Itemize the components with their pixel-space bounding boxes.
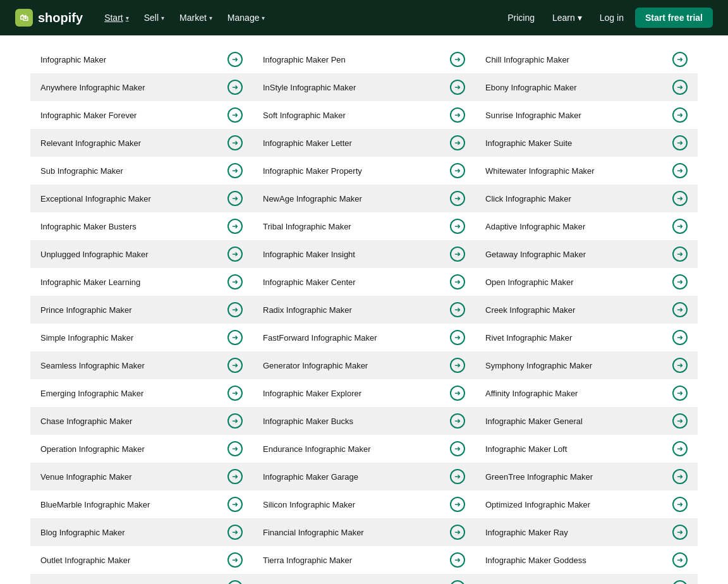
nav-right: Pricing Learn ▾ Log in Start free trial <box>501 8 713 28</box>
list-item[interactable]: Outlet Infographic Maker➜ <box>30 546 253 574</box>
nav-learn[interactable]: Learn ▾ <box>546 9 588 27</box>
item-label: Silicon Infographic Maker <box>263 500 450 509</box>
list-item[interactable]: Generator Infographic Maker➜ <box>253 351 475 379</box>
list-item[interactable]: Affinity Infographic Maker➜ <box>475 379 698 407</box>
item-label: Infographic Maker Goddess <box>485 556 672 565</box>
list-item[interactable]: Infographic Maker General➜ <box>475 407 698 435</box>
list-item[interactable]: Chill Infographic Maker➜ <box>475 46 698 73</box>
item-label: Operation Infographic Maker <box>40 444 228 454</box>
list-item[interactable]: InStyle Infographic Maker➜ <box>253 73 475 101</box>
list-item[interactable]: Radix Infographic Maker➜ <box>253 296 475 324</box>
list-item[interactable]: Remix Infographic Maker➜ <box>475 574 698 584</box>
list-item[interactable]: Venue Infographic Maker➜ <box>30 463 253 490</box>
list-item[interactable]: Optimized Infographic Maker➜ <box>475 490 698 518</box>
list-item[interactable]: Rivet Infographic Maker➜ <box>475 324 698 351</box>
item-label: Infographic Maker Bucks <box>263 417 450 426</box>
arrow-icon: ➜ <box>228 302 243 317</box>
list-item[interactable]: Unplugged Infographic Maker➜ <box>30 240 253 268</box>
list-item[interactable]: Infographic Maker Pen➜ <box>253 46 475 73</box>
arrow-icon: ➜ <box>450 52 465 67</box>
list-item[interactable]: Infographic Maker Letter➜ <box>253 129 475 157</box>
list-item[interactable]: BlueMarble Infographic Maker➜ <box>30 490 253 518</box>
list-item[interactable]: Seamless Infographic Maker➜ <box>30 351 253 379</box>
list-item[interactable]: Infographic Maker Insight➜ <box>253 240 475 268</box>
arrow-icon: ➜ <box>672 219 688 234</box>
arrow-icon: ➜ <box>450 330 465 345</box>
list-item[interactable]: Relevant Infographic Maker➜ <box>30 129 253 157</box>
item-label: InStyle Infographic Maker <box>263 83 450 92</box>
list-item[interactable]: Endurance Infographic Maker➜ <box>253 435 475 463</box>
list-item[interactable]: Soft Infographic Maker➜ <box>253 101 475 129</box>
list-item[interactable]: Sub Infographic Maker➜ <box>30 157 253 185</box>
item-label: Sub Infographic Maker <box>40 166 228 176</box>
grid-column-3: Chill Infographic Maker➜Ebony Infographi… <box>475 46 698 584</box>
list-item[interactable]: FastForward Infographic Maker➜ <box>253 324 475 351</box>
nav-start[interactable]: Start ▾ <box>98 9 135 27</box>
list-item[interactable]: Infographic Maker Garage➜ <box>253 463 475 490</box>
list-item[interactable]: Infographic Maker Bucks➜ <box>253 407 475 435</box>
item-label: Endurance Infographic Maker <box>263 444 450 454</box>
nav-login[interactable]: Log in <box>593 9 630 27</box>
arrow-icon: ➜ <box>450 413 465 429</box>
list-item[interactable]: Simple Infographic Maker➜ <box>30 324 253 351</box>
grid-column-1: Infographic Maker➜Anywhere Infographic M… <box>30 46 253 584</box>
list-item[interactable]: Adaptive Infographic Maker➜ <box>475 212 698 240</box>
list-item[interactable]: Getaway Infographic Maker➜ <box>475 240 698 268</box>
list-item[interactable]: Infographic Maker➜ <box>30 46 253 73</box>
list-item[interactable]: Silicon Infographic Maker➜ <box>253 490 475 518</box>
item-label: Infographic Maker Ray <box>485 528 672 537</box>
list-item[interactable]: Anywhere Infographic Maker➜ <box>30 73 253 101</box>
arrow-icon: ➜ <box>672 525 688 540</box>
logo[interactable]: 🛍 shopify <box>15 9 83 27</box>
item-label: Venue Infographic Maker <box>40 472 228 482</box>
list-item[interactable]: Infographic Maker Section➜ <box>253 574 475 584</box>
nav-sell[interactable]: Sell ▾ <box>138 9 171 27</box>
list-item[interactable]: Infographic Maker Loft➜ <box>475 435 698 463</box>
list-item[interactable]: Infographic Maker Explorer➜ <box>253 379 475 407</box>
nav-pricing[interactable]: Pricing <box>501 9 541 27</box>
list-item[interactable]: Symphony Infographic Maker➜ <box>475 351 698 379</box>
list-item[interactable]: Infographic Maker Suite➜ <box>475 129 698 157</box>
list-item[interactable]: Exceptional Infographic Maker➜ <box>30 185 253 212</box>
list-item[interactable]: Open Infographic Maker➜ <box>475 268 698 296</box>
list-item[interactable]: Financial Infographic Maker➜ <box>253 518 475 546</box>
list-item[interactable]: Infographic Maker Center➜ <box>253 268 475 296</box>
list-item[interactable]: Infographic Maker Busters➜ <box>30 212 253 240</box>
item-label: Outlet Infographic Maker <box>40 556 228 565</box>
list-item[interactable]: Sunrise Infographic Maker➜ <box>475 101 698 129</box>
list-item[interactable]: Emerging Infographic Maker➜ <box>30 379 253 407</box>
arrow-icon: ➜ <box>228 330 243 345</box>
list-item[interactable]: Infographic Maker Property➜ <box>253 157 475 185</box>
list-item[interactable]: Prince Infographic Maker➜ <box>30 296 253 324</box>
nav-manage[interactable]: Manage ▾ <box>221 9 272 27</box>
list-item[interactable]: Infographic Maker Goddess➜ <box>475 546 698 574</box>
arrow-icon: ➜ <box>228 358 243 373</box>
list-item[interactable]: LowCountry Infographic Maker➜ <box>30 574 253 584</box>
list-item[interactable]: Blog Infographic Maker➜ <box>30 518 253 546</box>
main-content: Infographic Maker➜Anywhere Infographic M… <box>0 35 728 584</box>
list-item[interactable]: Click Infographic Maker➜ <box>475 185 698 212</box>
start-free-trial-button[interactable]: Start free trial <box>635 8 713 28</box>
arrow-icon: ➜ <box>228 552 243 568</box>
item-label: Infographic Maker Busters <box>40 222 228 231</box>
list-item[interactable]: Tribal Infographic Maker➜ <box>253 212 475 240</box>
arrow-icon: ➜ <box>450 552 465 568</box>
item-label: Blog Infographic Maker <box>40 528 228 537</box>
list-item[interactable]: Infographic Maker Ray➜ <box>475 518 698 546</box>
list-item[interactable]: Ebony Infographic Maker➜ <box>475 73 698 101</box>
nav-market[interactable]: Market ▾ <box>173 9 219 27</box>
list-item[interactable]: Tierra Infographic Maker➜ <box>253 546 475 574</box>
item-label: Ebony Infographic Maker <box>485 83 672 92</box>
list-item[interactable]: GreenTree Infographic Maker➜ <box>475 463 698 490</box>
list-item[interactable]: Creek Infographic Maker➜ <box>475 296 698 324</box>
list-item[interactable]: Infographic Maker Forever➜ <box>30 101 253 129</box>
arrow-icon: ➜ <box>450 525 465 540</box>
list-item[interactable]: Whitewater Infographic Maker➜ <box>475 157 698 185</box>
arrow-icon: ➜ <box>228 580 243 584</box>
item-label: Infographic Maker Forever <box>40 111 228 120</box>
list-item[interactable]: Operation Infographic Maker➜ <box>30 435 253 463</box>
list-item[interactable]: Chase Infographic Maker➜ <box>30 407 253 435</box>
list-item[interactable]: Infographic Maker Learning➜ <box>30 268 253 296</box>
arrow-icon: ➜ <box>450 107 465 123</box>
list-item[interactable]: NewAge Infographic Maker➜ <box>253 185 475 212</box>
